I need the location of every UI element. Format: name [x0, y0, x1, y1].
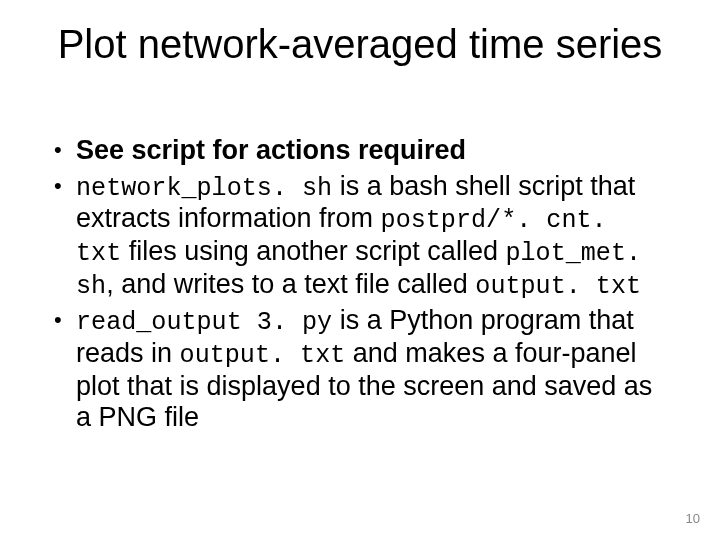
bullet-marker: • [54, 171, 76, 302]
bullet-1-text: See script for actions required [76, 135, 666, 167]
code-output-txt-2: output. txt [180, 341, 346, 370]
text: , and writes to a text file called [106, 269, 475, 299]
code-network-plots: network_plots. sh [76, 174, 332, 203]
bullet-1: • See script for actions required [54, 135, 666, 167]
page-number: 10 [686, 511, 700, 526]
bullet-2: • network_plots. sh is a bash shell scri… [54, 171, 666, 302]
bullet-3: • read_output 3. py is a Python program … [54, 305, 666, 434]
bullet-marker: • [54, 305, 76, 434]
slide-body: • See script for actions required • netw… [54, 135, 666, 438]
slide-title: Plot network-averaged time series [0, 22, 720, 67]
bullet-2-text: network_plots. sh is a bash shell script… [76, 171, 666, 302]
slide: Plot network-averaged time series • See … [0, 0, 720, 540]
code-read-output: read_output 3. py [76, 308, 332, 337]
bullet-3-text: read_output 3. py is a Python program th… [76, 305, 666, 434]
bullet-marker: • [54, 135, 76, 167]
text: files using another script called [121, 236, 505, 266]
code-output-txt: output. txt [475, 272, 641, 301]
